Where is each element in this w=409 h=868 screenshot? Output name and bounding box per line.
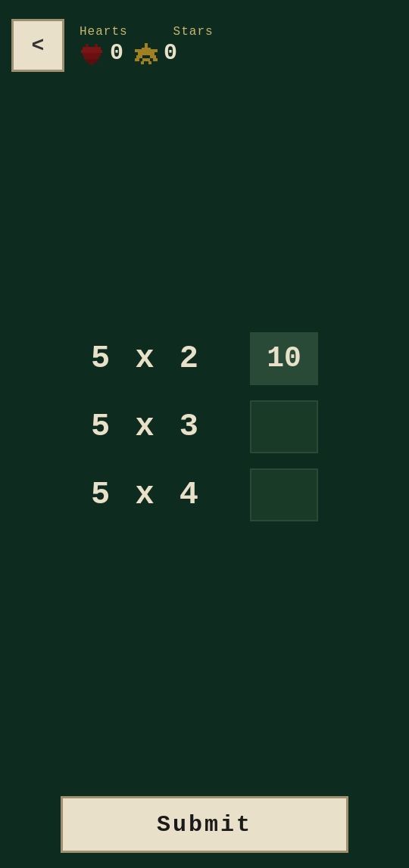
answer-box-2[interactable]: [250, 400, 318, 453]
svg-rect-2: [83, 47, 92, 50]
main-content: 5 x 2 10 5 x 3 5 x 4: [0, 91, 409, 807]
svg-rect-1: [95, 44, 98, 47]
stats-labels: Hearts Stars: [80, 25, 214, 39]
svg-rect-12: [135, 49, 158, 52]
svg-rect-14: [136, 55, 142, 58]
hearts-group: 0: [80, 40, 123, 66]
svg-rect-9: [90, 64, 93, 65]
stats-container: Hearts Stars 0: [80, 25, 214, 66]
math-row-2: 5 x 3: [91, 400, 318, 453]
back-button[interactable]: <: [11, 19, 64, 72]
svg-rect-18: [142, 58, 150, 61]
svg-rect-8: [89, 62, 95, 64]
submit-button[interactable]: Submit: [61, 796, 348, 853]
hearts-label: Hearts: [80, 25, 128, 39]
math-expression-3: 5 x 4: [91, 477, 242, 513]
math-row-1: 5 x 2 10: [91, 332, 318, 385]
svg-rect-5: [83, 53, 101, 56]
svg-rect-10: [145, 43, 148, 48]
svg-rect-19: [141, 61, 144, 64]
hearts-count: 0: [110, 40, 123, 66]
back-icon: <: [32, 34, 45, 58]
svg-rect-6: [84, 56, 99, 59]
svg-rect-0: [86, 44, 89, 47]
stars-group: 0: [135, 40, 177, 66]
svg-rect-3: [92, 47, 101, 50]
answer-box-3[interactable]: [250, 468, 318, 521]
stars-label: Stars: [173, 25, 214, 39]
math-expression-2: 5 x 3: [91, 409, 242, 445]
stats-values: 0 0: [80, 40, 214, 66]
svg-rect-7: [86, 59, 98, 62]
submit-label: Submit: [157, 812, 252, 838]
answer-text-1: 10: [267, 342, 301, 375]
svg-rect-15: [150, 55, 156, 58]
svg-rect-13: [138, 52, 155, 55]
svg-rect-4: [81, 50, 102, 53]
submit-area: Submit: [61, 796, 348, 853]
header: < Hearts Stars: [0, 0, 409, 91]
svg-rect-16: [135, 58, 139, 61]
star-icon: [135, 42, 158, 64]
problems-container: 5 x 2 10 5 x 3 5 x 4: [91, 332, 318, 521]
math-row-3: 5 x 4: [91, 468, 318, 521]
svg-rect-17: [153, 58, 158, 61]
heart-icon: [80, 41, 104, 65]
stars-count: 0: [164, 40, 177, 66]
answer-box-1[interactable]: 10: [250, 332, 318, 385]
math-expression-1: 5 x 2: [91, 341, 242, 377]
svg-rect-20: [148, 61, 151, 64]
